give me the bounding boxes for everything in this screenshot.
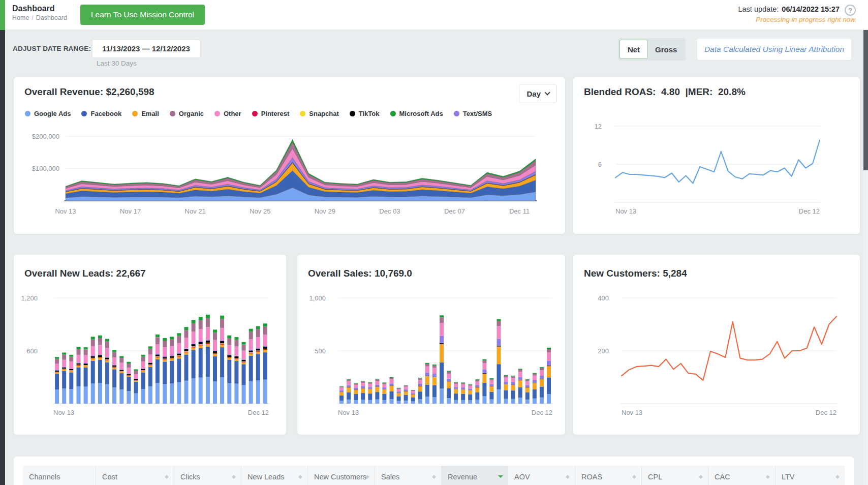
column-header-ltv[interactable]: LTV xyxy=(776,466,845,485)
column-header-cost[interactable]: Cost xyxy=(96,466,174,485)
legend-item-other[interactable]: Other xyxy=(214,110,241,117)
column-label: CAC xyxy=(715,473,730,481)
granularity-dropdown[interactable]: Day xyxy=(519,84,557,103)
sort-descending-icon xyxy=(498,475,503,478)
sort-icon xyxy=(232,473,236,481)
scrollbar-thumb[interactable] xyxy=(863,30,868,170)
legend-label: Microsoft Ads xyxy=(399,110,443,117)
learn-mission-control-button[interactable]: Learn To Use Mission Control xyxy=(80,5,205,25)
new-leads-card: Overall New Leads: 22,667 6001,200Nov 13… xyxy=(14,255,286,435)
svg-text:Dec 12: Dec 12 xyxy=(248,409,269,416)
legend-color-dot xyxy=(214,111,220,116)
overall-sales-title: Overall Sales: 10,769.0 xyxy=(308,268,412,279)
legend-color-dot xyxy=(350,111,355,116)
legend-label: Google Ads xyxy=(34,110,71,117)
svg-text:Dec 12: Dec 12 xyxy=(816,409,836,416)
column-header-new-customers[interactable]: New Customers xyxy=(308,466,375,485)
legend-item-tiktok[interactable]: TikTok xyxy=(350,110,380,117)
blended-roas-title: Blended ROAS: 4.80 |MER: 20.8% xyxy=(584,86,746,98)
legend-item-snapchat[interactable]: Snapchat xyxy=(300,110,339,117)
date-range-input[interactable] xyxy=(92,39,200,58)
last-update-value: 06/14/2022 15:27 xyxy=(782,5,840,13)
legend-label: Snapchat xyxy=(309,110,339,117)
column-label: Clicks xyxy=(180,473,200,481)
attribution-model-button[interactable]: Data Calculated Using Linear Attribution xyxy=(697,39,851,60)
legend-item-pinterest[interactable]: Pinterest xyxy=(252,110,290,117)
svg-text:Dec 03: Dec 03 xyxy=(379,207,400,215)
new-leads-title: Overall New Leads: 22,667 xyxy=(24,268,146,279)
help-icon[interactable]: ? xyxy=(845,5,856,16)
roas-line-chart[interactable]: 612Nov 13Dec 12 xyxy=(573,120,860,222)
sort-icon xyxy=(632,473,637,481)
svg-text:$100,000: $100,000 xyxy=(32,165,59,172)
gross-toggle-button[interactable]: Gross xyxy=(648,40,684,59)
svg-text:Dec 11: Dec 11 xyxy=(509,207,530,215)
column-header-roas[interactable]: ROAS xyxy=(575,466,642,485)
page-title: Dashboard xyxy=(12,4,55,13)
legend-label: Pinterest xyxy=(261,110,290,117)
sort-icon xyxy=(766,473,770,481)
legend-item-google-ads[interactable]: Google Ads xyxy=(25,110,71,117)
svg-text:Dec 12: Dec 12 xyxy=(532,409,552,416)
svg-text:Nov 21: Nov 21 xyxy=(185,207,206,215)
channels-table-card: ChannelsCostClicksNew LeadsNew Customers… xyxy=(14,457,854,485)
new-customers-title: New Customers: 5,284 xyxy=(584,268,687,279)
column-label: New Customers xyxy=(314,473,366,481)
breadcrumb-current: Dashboard xyxy=(36,14,67,21)
column-label: Channels xyxy=(29,473,60,481)
last-update: Last update:06/14/2022 15:27 xyxy=(738,5,840,13)
column-header-sales[interactable]: Sales xyxy=(375,466,442,485)
svg-text:12: 12 xyxy=(595,123,602,130)
legend-item-email[interactable]: Email xyxy=(132,110,159,117)
new-leads-bar-chart[interactable]: 6001,200Nov 13Dec 12 xyxy=(14,285,286,433)
svg-text:400: 400 xyxy=(598,294,609,302)
top-bar: Dashboard Home/Dashboard Learn To Use Mi… xyxy=(0,0,868,30)
legend-item-facebook[interactable]: Facebook xyxy=(81,110,121,117)
overall-revenue-card: Overall Revenue: $2,260,598 Day Google A… xyxy=(14,77,565,234)
column-label: ROAS xyxy=(581,473,602,481)
sort-icon xyxy=(699,473,703,481)
svg-text:600: 600 xyxy=(26,347,38,355)
column-header-cac[interactable]: CAC xyxy=(708,466,776,485)
sort-icon xyxy=(365,473,370,481)
legend-item-microsoft-ads[interactable]: Microsoft Ads xyxy=(390,110,443,117)
net-toggle-button[interactable]: Net xyxy=(619,40,648,59)
scrollbar[interactable] xyxy=(863,30,868,485)
column-label: LTV xyxy=(782,473,795,481)
sort-icon xyxy=(566,473,570,481)
granularity-value: Day xyxy=(526,89,541,98)
svg-text:Nov 29: Nov 29 xyxy=(315,207,335,215)
column-header-cpl[interactable]: CPL xyxy=(642,466,708,485)
column-header-clicks[interactable]: Clicks xyxy=(174,466,241,485)
customers-line-chart[interactable]: 200400Nov 13Dec 12 xyxy=(573,285,860,433)
svg-text:Nov 13: Nov 13 xyxy=(615,207,636,215)
breadcrumb-home[interactable]: Home xyxy=(12,14,29,21)
sales-bar-chart[interactable]: 5001,000Nov 13Dec 12 xyxy=(297,285,565,433)
collapsed-sidebar-strip xyxy=(0,30,5,485)
legend-label: Organic xyxy=(179,110,204,117)
processing-status: Processing in progress right now. xyxy=(756,16,857,23)
revenue-area-chart[interactable]: $100,000$200,000Nov 13Nov 17Nov 21Nov 25… xyxy=(14,124,565,231)
svg-text:Nov 13: Nov 13 xyxy=(622,409,642,416)
column-label: New Leads xyxy=(247,473,285,481)
legend-color-dot xyxy=(132,111,138,116)
column-header-revenue[interactable]: Revenue xyxy=(442,466,508,485)
legend-item-organic[interactable]: Organic xyxy=(170,110,204,117)
sort-icon xyxy=(835,473,840,481)
column-label: AOV xyxy=(514,473,530,481)
column-header-aov[interactable]: AOV xyxy=(508,466,575,485)
column-header-channels[interactable]: Channels xyxy=(23,466,96,485)
svg-text:200: 200 xyxy=(598,347,609,355)
chevron-down-icon xyxy=(544,89,550,95)
legend-color-dot xyxy=(81,111,87,116)
overall-revenue-title: Overall Revenue: $2,260,598 xyxy=(24,86,154,98)
column-label: Revenue xyxy=(448,473,477,481)
legend-item-text-sms[interactable]: Text/SMS xyxy=(454,110,492,117)
column-header-new-leads[interactable]: New Leads xyxy=(241,466,308,485)
sort-icon xyxy=(298,473,303,481)
svg-text:Nov 13: Nov 13 xyxy=(338,409,359,416)
last-update-label: Last update: xyxy=(738,5,779,13)
column-label: CPL xyxy=(648,473,662,481)
legend-color-dot xyxy=(300,111,305,116)
column-label: Cost xyxy=(102,473,117,481)
